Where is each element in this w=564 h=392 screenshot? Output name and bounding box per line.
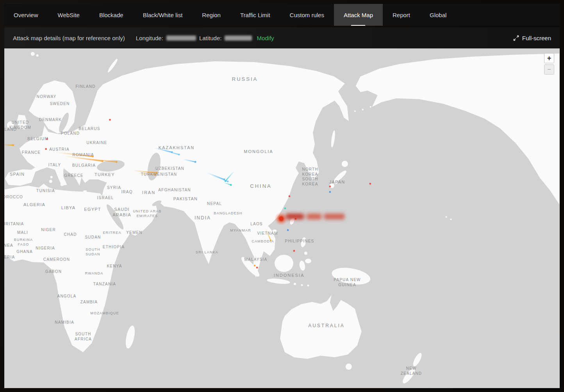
modify-link[interactable]: Modify — [257, 35, 274, 41]
tab-custom-rules[interactable]: Custom rules — [280, 4, 334, 26]
latitude-label: Latitude: — [199, 35, 222, 41]
tab-attack-map[interactable]: Attack Map — [334, 4, 383, 26]
latitude-value-redacted — [225, 36, 252, 41]
tab-black-white-list[interactable]: Black/White list — [133, 4, 193, 26]
tab-overview[interactable]: Overview — [4, 4, 48, 26]
top-nav: Overview WebSite Blockade Black/White li… — [4, 4, 560, 26]
tab-region[interactable]: Region — [192, 4, 230, 26]
page-title: Attack map details (map for reference on… — [13, 35, 125, 41]
attack-map-canvas[interactable]: RUSSIAFINLANDNORWAYSWEDENDENMARKUNITED K… — [4, 48, 560, 388]
tab-website[interactable]: WebSite — [48, 4, 89, 26]
fullscreen-label: Full-screen — [522, 35, 551, 41]
zoom-out-button[interactable]: − — [544, 64, 554, 75]
map-zoom-control: + − — [544, 53, 554, 75]
zoom-in-button[interactable]: + — [544, 53, 554, 63]
tab-global[interactable]: Global — [420, 4, 456, 26]
fullscreen-button[interactable]: Full-screen — [513, 35, 551, 41]
tab-blockade[interactable]: Blockade — [89, 4, 133, 26]
attack-target-marker[interactable] — [279, 217, 284, 221]
fullscreen-icon — [513, 35, 519, 41]
attack-map-toolbar: Attack map details (map for reference on… — [4, 27, 560, 48]
tab-traffic-limit[interactable]: Traffic Limit — [230, 4, 280, 26]
longitude-value-redacted — [166, 36, 196, 41]
tab-report[interactable]: Report — [383, 4, 420, 26]
longitude-label: Longitude: — [136, 35, 163, 41]
